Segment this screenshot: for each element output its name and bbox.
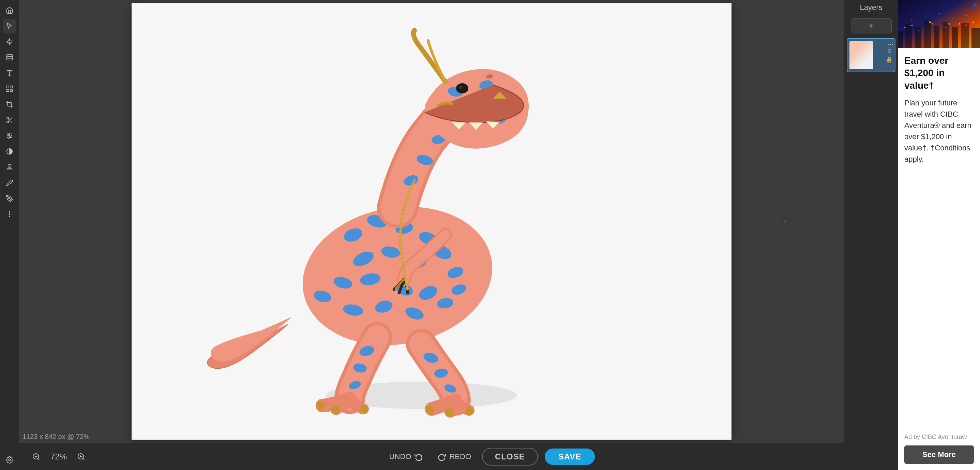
svg-point-24: [9, 216, 10, 217]
svg-line-76: [38, 458, 39, 459]
svg-line-80: [83, 458, 84, 459]
svg-point-92: [972, 21, 974, 23]
undo-button[interactable]: UNDO: [385, 449, 427, 464]
svg-point-17: [8, 133, 9, 135]
text-icon: [6, 69, 13, 77]
status-bar: 1123 x 842 px @ 72%: [19, 432, 93, 442]
adjustments-icon: [6, 132, 13, 140]
ad-background-image: [898, 0, 980, 48]
canvas-image: [132, 3, 732, 440]
pattern-tool-button[interactable]: [3, 82, 16, 96]
svg-point-70: [466, 407, 474, 415]
layer-image-icon: ⊞: [887, 48, 892, 54]
zoom-level: 72%: [48, 452, 69, 462]
svg-line-12: [10, 121, 12, 123]
ad-see-more-button[interactable]: See More: [904, 445, 974, 464]
contrast-tool-button[interactable]: [3, 145, 16, 158]
brush-icon: [6, 179, 13, 186]
svg-point-23: [9, 214, 10, 215]
svg-point-69: [445, 408, 453, 416]
canvas-area: ›: [19, 0, 844, 443]
cut-tool-button[interactable]: [3, 113, 16, 127]
svg-rect-6: [10, 86, 12, 88]
layout-tool-button[interactable]: [3, 51, 16, 64]
layout-icon: [6, 54, 13, 61]
svg-point-85: [925, 17, 926, 18]
svg-point-62: [316, 401, 325, 409]
add-layer-icon: +: [868, 21, 873, 31]
layers-panel-header: Layers: [844, 0, 898, 15]
add-layer-button[interactable]: +: [851, 18, 892, 33]
more-icon: [6, 210, 13, 218]
save-label: SAVE: [558, 452, 582, 461]
adjustments-tool-button[interactable]: [3, 129, 16, 143]
bottom-bar: 72% UNDO: [19, 443, 844, 470]
crop-tool-button[interactable]: [3, 97, 16, 111]
magic-tool-button[interactable]: [3, 35, 16, 48]
svg-point-22: [9, 212, 10, 212]
more-tool-button[interactable]: [3, 207, 16, 221]
settings-button[interactable]: [3, 453, 16, 467]
svg-point-60: [459, 86, 463, 89]
pen-tool-button[interactable]: [3, 192, 16, 206]
svg-rect-96: [924, 21, 931, 48]
ad-cta-label: See More: [923, 450, 956, 459]
zoom-in-icon: [77, 452, 85, 461]
ad-content: Earn over $1,200 in value† Plan your fut…: [898, 48, 980, 433]
layers-title: Layers: [860, 3, 882, 12]
panel-collapse-button[interactable]: ›: [781, 213, 789, 230]
svg-rect-97: [934, 25, 939, 48]
trex-illustration: [132, 3, 732, 440]
svg-rect-8: [10, 89, 12, 91]
select-tool-button[interactable]: [3, 19, 16, 33]
undo-label: UNDO: [389, 452, 411, 461]
layer-thumb-preview: [850, 41, 873, 69]
svg-point-21: [8, 198, 10, 199]
svg-rect-98: [942, 22, 949, 48]
canvas-dimensions: 1123 x 842 px @ 72%: [22, 433, 90, 440]
layer-item[interactable]: ⊞ 🔒 ···: [847, 38, 896, 72]
close-button[interactable]: CLOSE: [482, 448, 538, 465]
redo-label: REDO: [449, 452, 471, 461]
svg-point-86: [932, 23, 933, 25]
ad-title: Earn over $1,200 in value†: [904, 54, 974, 92]
ad-footer-section: Ad by CIBC Aventura® See More: [898, 433, 980, 470]
svg-point-89: [952, 18, 953, 19]
layers-panel: Layers + ⊞ 🔒 ···: [844, 0, 898, 470]
svg-point-63: [331, 406, 339, 414]
zoom-controls: 72%: [29, 450, 88, 464]
redo-button[interactable]: REDO: [434, 449, 475, 464]
layer-controls: ⊞ 🔒: [886, 48, 893, 63]
text-tool-button[interactable]: [3, 66, 16, 80]
left-toolbar: [0, 0, 19, 470]
magic-icon: [6, 38, 13, 45]
crop-icon: [6, 100, 13, 108]
svg-point-68: [426, 406, 434, 414]
cut-icon: [6, 116, 13, 124]
svg-rect-101: [972, 28, 980, 48]
stamp-tool-button[interactable]: [3, 160, 16, 174]
svg-point-10: [6, 121, 8, 123]
svg-rect-95: [915, 27, 921, 48]
zoom-out-icon: [32, 452, 40, 461]
svg-point-64: [360, 405, 368, 413]
zoom-out-button[interactable]: [29, 450, 43, 464]
svg-point-83: [912, 20, 913, 21]
svg-rect-94: [905, 24, 912, 48]
gear-icon: [6, 456, 13, 464]
ad-image: ▶: [898, 0, 980, 48]
svg-rect-104: [948, 23, 950, 25]
ad-badge: ▶: [974, 2, 978, 8]
save-button[interactable]: SAVE: [545, 449, 595, 465]
svg-point-91: [966, 15, 967, 16]
canvas-wrapper: [132, 3, 732, 440]
layer-thumbnail: [850, 41, 873, 69]
ad-advertiser: Ad by CIBC Aventura®: [904, 433, 974, 441]
main-content: › 1123 x 842 px @ 72% 72%: [19, 0, 844, 470]
home-tool-button[interactable]: [3, 3, 16, 17]
brush-tool-button[interactable]: [3, 176, 16, 190]
zoom-in-button[interactable]: [74, 450, 88, 464]
layer-menu-button[interactable]: ···: [888, 40, 893, 48]
svg-point-87: [939, 13, 940, 14]
svg-rect-99: [952, 27, 958, 48]
